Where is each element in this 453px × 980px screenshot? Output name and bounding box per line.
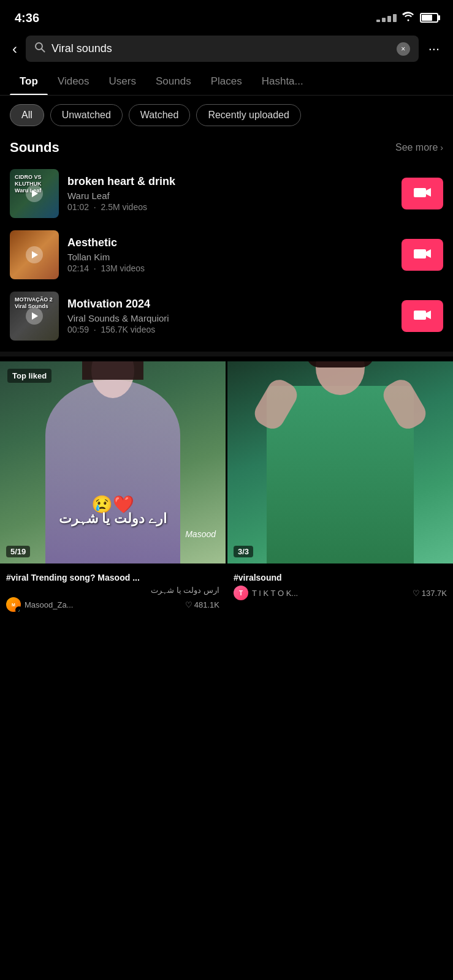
video-info-section: #viral Trending song? Masood ... ارس دول… bbox=[0, 564, 453, 617]
video-title-2: #viralsound bbox=[234, 572, 447, 583]
see-more-button[interactable]: See more › bbox=[395, 142, 443, 153]
sound-thumb-1: CIDRO VSKLUTHUKWaru Leaf bbox=[10, 169, 59, 218]
video-info-item-1: #viral Trending song? Masood ... ارس دول… bbox=[0, 567, 226, 617]
svg-marker-5 bbox=[426, 249, 431, 258]
username-2: T I K T O K... bbox=[252, 589, 409, 598]
sound-artist-2: Tollan Kim bbox=[67, 252, 393, 262]
svg-rect-2 bbox=[414, 188, 426, 197]
sound-info-1: broken heart & drink Waru Leaf 01:02 · 2… bbox=[67, 175, 393, 212]
sound-meta-3: 00:59 · 156.7K videos bbox=[67, 325, 393, 334]
sound-thumb-2 bbox=[10, 230, 59, 279]
sound-artist-1: Waru Leaf bbox=[67, 190, 393, 201]
sound-info-2: Aesthetic Tollan Kim 02:14 · 13M videos bbox=[67, 236, 393, 273]
camera-icon-3 bbox=[414, 308, 431, 324]
camera-icon-1 bbox=[414, 186, 431, 202]
status-bar: 4:36 bbox=[0, 0, 453, 32]
battery-icon bbox=[420, 13, 438, 23]
clear-button[interactable]: × bbox=[397, 42, 410, 56]
svg-marker-3 bbox=[426, 188, 431, 197]
record-button-3[interactable] bbox=[402, 300, 443, 332]
tabs-row: Top Videos Users Sounds Places Hashta... bbox=[0, 68, 453, 96]
sounds-section-header: Sounds See more › bbox=[0, 135, 453, 163]
video-thumb-2 bbox=[227, 361, 453, 564]
tab-videos[interactable]: Videos bbox=[48, 68, 99, 95]
tab-top[interactable]: Top bbox=[10, 68, 48, 95]
search-box[interactable]: Viral sounds × bbox=[26, 36, 419, 62]
sounds-section-title: Sounds bbox=[10, 140, 59, 156]
video-thumb-1: 😢❤️ ارے دولت یا شہرت Masood bbox=[0, 361, 226, 564]
heart-icon-2: ♡ bbox=[413, 589, 420, 598]
search-icon bbox=[34, 42, 45, 56]
filter-row: All Unwatched Watched Recently uploaded bbox=[0, 96, 453, 135]
sound-name-1: broken heart & drink bbox=[67, 175, 393, 188]
video-counter-1: 5/19 bbox=[6, 546, 30, 557]
sound-item-2[interactable]: Aesthetic Tollan Kim 02:14 · 13M videos bbox=[0, 224, 453, 285]
filter-unwatched[interactable]: Unwatched bbox=[50, 104, 123, 126]
sound-info-3: Motivation 2024 Viral Sounds & Marquiori… bbox=[67, 298, 393, 334]
top-liked-badge: Top liked bbox=[7, 369, 51, 383]
record-button-2[interactable] bbox=[402, 239, 443, 271]
section-divider bbox=[0, 352, 453, 356]
sound-artist-3: Viral Sounds & Marquiori bbox=[67, 313, 393, 323]
likes-1: ♡ 481.1K bbox=[185, 600, 219, 609]
play-overlay-1 bbox=[26, 185, 43, 202]
record-button-1[interactable] bbox=[402, 178, 443, 209]
sound-name-2: Aesthetic bbox=[67, 236, 393, 249]
tab-users[interactable]: Users bbox=[99, 68, 146, 95]
status-time: 4:36 bbox=[15, 11, 39, 25]
tiktok-badge-1: ♪ bbox=[15, 606, 23, 614]
filter-all[interactable]: All bbox=[10, 104, 44, 126]
masood-label: Masood bbox=[185, 529, 216, 539]
username-1: Masood_Za... bbox=[25, 600, 181, 609]
video-card-2[interactable]: 3/3 bbox=[227, 361, 453, 564]
avatar-2: T bbox=[234, 586, 248, 600]
sound-meta-1: 01:02 · 2.5M videos bbox=[67, 202, 393, 212]
play-overlay-2 bbox=[26, 246, 43, 263]
tab-hashtags[interactable]: Hashta... bbox=[252, 68, 313, 95]
svg-line-1 bbox=[42, 49, 45, 52]
status-icons bbox=[376, 12, 438, 24]
camera-icon-2 bbox=[414, 247, 431, 263]
wifi-icon bbox=[402, 12, 415, 24]
video-overlay-text: ارے دولت یا شہرت bbox=[0, 511, 226, 527]
svg-rect-4 bbox=[414, 249, 426, 258]
play-overlay-3 bbox=[26, 307, 43, 325]
tab-places[interactable]: Places bbox=[201, 68, 252, 95]
video-title-1: #viral Trending song? Masood ... bbox=[6, 572, 219, 583]
sound-thumb-3: MOTIVAÇÃO 2Viral Sounds bbox=[10, 292, 59, 341]
search-input[interactable]: Viral sounds bbox=[51, 42, 390, 55]
svg-rect-6 bbox=[414, 311, 426, 320]
video-card-1[interactable]: 😢❤️ ارے دولت یا شہرت Masood Top liked 5/… bbox=[0, 361, 226, 564]
more-button[interactable]: ··· bbox=[425, 39, 443, 59]
video-meta-row-2: T T I K T O K... ♡ 137.7K bbox=[234, 586, 447, 600]
svg-marker-7 bbox=[426, 311, 431, 319]
sound-item-1[interactable]: CIDRO VSKLUTHUKWaru Leaf broken heart & … bbox=[0, 163, 453, 224]
filter-recently[interactable]: Recently uploaded bbox=[196, 104, 301, 126]
video-subtitle-1: ارس دولت یا شہرت bbox=[6, 586, 219, 595]
video-meta-row-1: M ♪ Masood_Za... ♡ 481.1K bbox=[6, 597, 219, 612]
video-grid: 😢❤️ ارے دولت یا شہرت Masood Top liked 5/… bbox=[0, 361, 453, 564]
signal-icon bbox=[376, 14, 397, 22]
search-bar-row: ‹ Viral sounds × ··· bbox=[0, 32, 453, 68]
video-info-item-2: #viralsound T T I K T O K... ♡ 137.7K bbox=[227, 567, 453, 617]
sound-item-3[interactable]: MOTIVAÇÃO 2Viral Sounds Motivation 2024 … bbox=[0, 285, 453, 347]
back-button[interactable]: ‹ bbox=[10, 38, 20, 60]
video-info-row: #viral Trending song? Masood ... ارس دول… bbox=[0, 567, 453, 617]
sound-name-3: Motivation 2024 bbox=[67, 298, 393, 311]
likes-2: ♡ 137.7K bbox=[413, 589, 447, 598]
avatar-1: M ♪ bbox=[6, 597, 21, 612]
filter-watched[interactable]: Watched bbox=[129, 104, 191, 126]
video-counter-2: 3/3 bbox=[234, 546, 253, 557]
see-more-arrow-icon: › bbox=[440, 143, 443, 153]
sound-meta-2: 02:14 · 13M videos bbox=[67, 263, 393, 273]
tab-sounds[interactable]: Sounds bbox=[146, 68, 201, 95]
heart-icon-1: ♡ bbox=[185, 600, 192, 609]
